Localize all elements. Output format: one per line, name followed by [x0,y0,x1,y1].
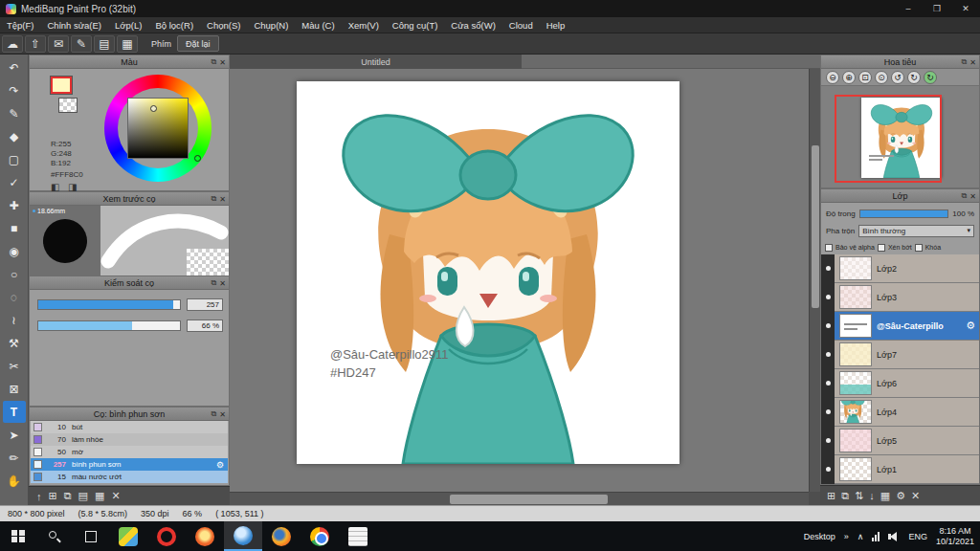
layer-row[interactable]: Lớp5 [821,427,979,455]
close-icon[interactable]: ✕ [219,58,226,67]
close-icon[interactable]: ✕ [219,410,226,419]
zoom-out-icon[interactable]: ⊖ [826,71,839,84]
brush-settings-icon[interactable]: ✎ [71,35,92,53]
clock[interactable]: 8:16 AM 10/1/2021 [936,526,974,547]
visibility-toggle[interactable] [821,254,835,283]
navigator-preview[interactable] [821,86,979,187]
lock-checkbox[interactable] [915,244,923,252]
language-indicator[interactable]: ENG [908,532,927,541]
move-tool-icon[interactable]: ✚ [3,194,26,216]
redo-icon[interactable]: ↷ [3,79,26,101]
select-pen-tool-icon[interactable]: ✓ [3,171,26,193]
brush-size-slider[interactable] [37,299,181,310]
layer-order-icon[interactable]: ⇅ [855,490,863,502]
panels-icon[interactable]: ▤ [94,35,115,53]
popout-icon[interactable]: ⧉ [212,409,217,419]
grid-icon[interactable]: ▦ [117,35,138,53]
comment-icon[interactable]: ✉ [48,35,69,53]
viewport-rectangle[interactable] [835,95,942,183]
volume-icon[interactable] [888,532,900,541]
visibility-toggle[interactable] [821,341,835,369]
sv-cursor[interactable] [150,105,157,112]
zoom-in-icon[interactable]: ⊕ [842,71,856,84]
menu-filter[interactable]: Bộ lọc(R) [148,17,200,33]
layer-gear-icon[interactable]: ⚙ [966,320,975,332]
new-layer-icon[interactable]: ⊞ [827,490,835,502]
duplicate-layer-icon[interactable]: ⧉ [841,490,849,502]
taskbar-app-game[interactable] [109,521,147,551]
taskbar-app-opera[interactable] [147,521,186,551]
search-button[interactable] [36,521,73,551]
shape-rect-tool-icon[interactable]: ■ [3,217,26,239]
merge-down-icon[interactable]: ↓ [869,490,875,501]
canvas-document[interactable]: @Sâu-Caterpillo2911 #HD247 [297,81,679,464]
popout-icon[interactable]: ⧉ [962,191,968,201]
popout-icon[interactable]: ⧉ [212,278,217,288]
visibility-toggle[interactable] [821,283,835,312]
hand-tool-icon[interactable]: ✋ [3,470,26,492]
divide-tool-icon[interactable]: ✂ [3,355,26,377]
ellipse-tool-icon[interactable]: ○ [3,263,26,285]
taskbar-app-medibang[interactable] [224,521,262,551]
brush-opacity-slider[interactable] [37,320,181,331]
visibility-toggle[interactable] [821,455,835,484]
menu-file[interactable]: Tệp(F) [0,17,41,33]
close-icon[interactable]: ✕ [969,58,976,67]
select-dotted-tool-icon[interactable]: ◌ [3,286,26,308]
horizontal-scrollbar[interactable] [230,492,809,505]
reset-view-icon[interactable]: ↻ [924,71,937,84]
canvas-viewport[interactable]: @Sâu-Caterpillo2911 #HD247 [230,69,809,492]
brush-item[interactable]: 15 màu nước ướt [31,471,228,483]
rotate-right-icon[interactable]: ↻ [907,71,921,84]
close-button[interactable]: ✕ [951,0,980,17]
popout-icon[interactable]: ⧉ [212,57,217,67]
brush-menu-icon[interactable]: ▤ [78,490,88,502]
brush-item[interactable]: 70 làm nhòe [31,433,228,446]
task-view-button[interactable] [73,521,109,551]
visibility-toggle[interactable] [821,369,835,398]
alpha-lock-checkbox[interactable] [825,244,833,252]
bucket-tool-icon[interactable]: ◉ [3,240,26,262]
new-brush-icon[interactable]: ⊞ [49,490,57,502]
brush-gear-icon[interactable]: ⚙ [216,460,224,470]
select-rect-tool-icon[interactable]: ▢ [3,148,26,170]
menu-select[interactable]: Chọn(S) [200,17,247,33]
opacity-slider[interactable] [859,209,949,218]
brush-opacity-value[interactable]: 66 % [187,320,223,332]
layer-row[interactable]: Lớp1 [821,455,979,484]
saturation-value-square[interactable] [127,98,189,159]
brush-item-selected[interactable]: 257 bình phun sơn ⚙ [31,458,228,471]
visibility-toggle[interactable] [821,312,835,341]
upload-icon[interactable]: ⇧ [25,35,46,53]
layer-row[interactable]: Lớp6 [821,369,979,398]
foreground-color-swatch[interactable] [51,77,72,94]
minimize-button[interactable]: – [894,0,923,17]
eraser-tool-icon[interactable]: ◆ [3,125,26,147]
visibility-toggle[interactable] [821,398,835,427]
brush-folder-icon[interactable]: ▦ [95,490,104,502]
rotate-left-icon[interactable]: ↺ [891,71,904,84]
menu-cloud[interactable]: Cloud [502,17,540,33]
taskbar-app-chrome[interactable] [301,521,339,551]
menu-help[interactable]: Help [540,17,572,33]
start-button[interactable] [0,521,36,551]
layer-row[interactable]: Lớp7 [821,341,979,369]
layer-row[interactable]: Lớp4 [821,398,979,427]
network-icon[interactable] [872,532,880,541]
layer-settings-icon[interactable]: ⚙ [896,490,905,502]
close-icon[interactable]: ✕ [219,279,226,288]
undo-icon[interactable]: ↶ [3,56,26,78]
visibility-toggle[interactable] [821,427,835,455]
stamp-tool-icon[interactable]: ⊠ [3,378,26,400]
menu-view[interactable]: Xem(V) [342,17,386,33]
layer-row[interactable]: Lớp2 [821,254,979,283]
blend-mode-dropdown[interactable]: Bình thường ▾ [858,225,974,237]
menu-edit[interactable]: Chỉnh sửa(E) [41,17,109,33]
move-up-icon[interactable]: ↑ [36,491,42,502]
taskbar-app-firefox[interactable] [262,521,301,551]
text-tool-icon[interactable]: T [3,401,26,423]
menu-color[interactable]: Màu (C) [295,17,341,33]
layer-folder-icon[interactable]: ▦ [880,490,890,502]
brush-size-value[interactable]: 257 [187,298,223,311]
layer-row-selected[interactable]: @Sâu-Caterpillo ⚙ [821,312,979,341]
